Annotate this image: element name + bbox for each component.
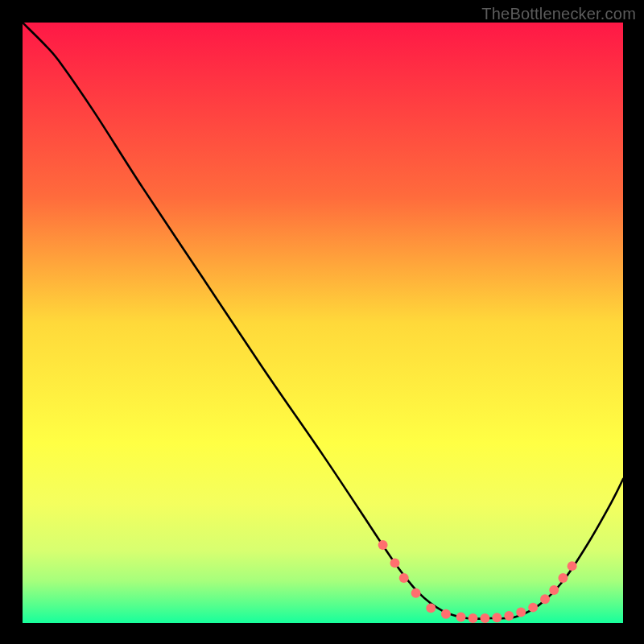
curve-layer [23, 23, 623, 623]
chart-frame: TheBottlenecker.com [0, 0, 644, 644]
curve-marker [492, 613, 502, 622]
bottleneck-curve [23, 23, 623, 619]
curve-marker [540, 594, 550, 604]
curve-marker [390, 558, 400, 568]
curve-marker [378, 540, 388, 550]
curve-marker [426, 603, 436, 613]
curve-marker [399, 573, 409, 583]
plot-area [23, 23, 623, 623]
watermark-text: TheBottlenecker.com [481, 5, 636, 23]
curve-marker [480, 613, 489, 623]
curve-marker [528, 603, 538, 613]
curve-marker [456, 613, 466, 622]
curve-marker [411, 588, 421, 598]
curve-marker [441, 609, 451, 619]
curve-marker [516, 608, 526, 617]
curve-marker [504, 611, 514, 621]
curve-marker [469, 613, 478, 623]
curve-marker [568, 561, 577, 571]
curve-marker [549, 585, 559, 595]
curve-marker [558, 573, 568, 583]
